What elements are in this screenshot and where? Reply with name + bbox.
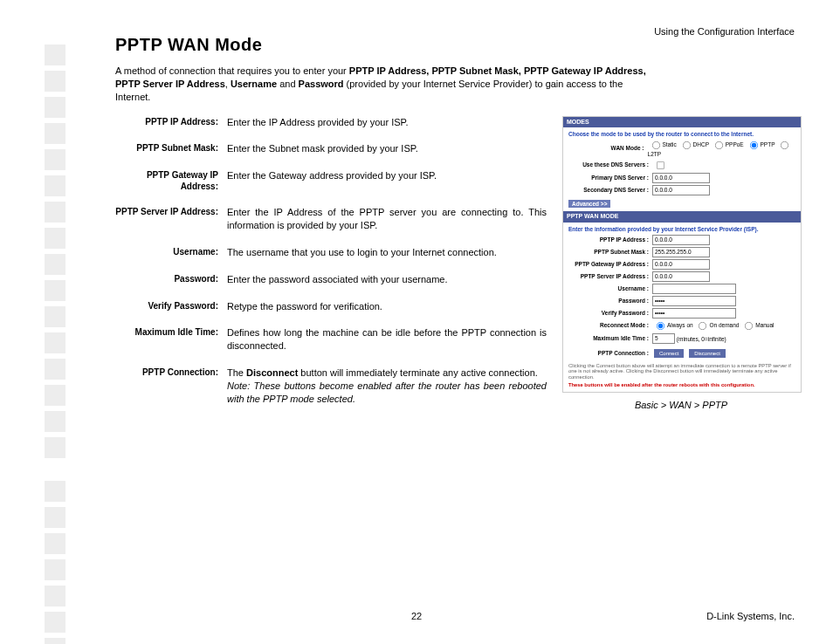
advanced-button[interactable]: Advanced >> xyxy=(568,200,610,209)
def-label: Password: xyxy=(115,273,227,284)
connection-label: PPTP Connection : xyxy=(568,350,652,357)
panel-header-pptp: PPTP WAN MODE xyxy=(563,211,801,222)
pptp-gw-label: PPTP Gateway IP Address : xyxy=(568,261,652,268)
idle-input[interactable] xyxy=(652,333,675,344)
definition-list: PPTP IP Address:Enter the IP Address pro… xyxy=(115,116,547,420)
username-input[interactable] xyxy=(652,284,736,294)
pptp-mask-label: PPTP Subnet Mask : xyxy=(568,249,652,256)
def-label: Verify Password: xyxy=(115,300,227,312)
wan-mode-options[interactable]: Static DHCP PPPoE PPTP L2TP xyxy=(648,140,795,158)
def-label: Username: xyxy=(115,246,227,257)
mode-pptp-radio[interactable] xyxy=(749,141,757,149)
panel-header-modes: MODES xyxy=(563,117,801,127)
def-label: PPTP Subnet Mask: xyxy=(115,142,227,154)
reconnect-label: Reconnect Mode : xyxy=(568,322,652,329)
def-desc: Retype the password for verification. xyxy=(227,300,547,313)
panel-instruction: Choose the mode to be used by the router… xyxy=(568,131,795,138)
def-label: PPTP IP Address: xyxy=(115,116,227,127)
pptp-srv-label: PPTP Server IP Address : xyxy=(568,273,652,280)
use-dns-checkbox[interactable] xyxy=(657,161,664,168)
pptp-gw-input[interactable] xyxy=(652,259,710,270)
verify-password-label: Verify Password : xyxy=(568,310,652,317)
connect-button[interactable]: Connect xyxy=(654,349,684,358)
reconnect-demand-radio[interactable] xyxy=(699,321,706,329)
def-label: PPTP Connection: xyxy=(115,367,227,378)
screenshot-panel: MODES Choose the mode to be used by the … xyxy=(562,116,802,394)
wan-mode-label: WAN Mode : xyxy=(568,145,648,152)
screenshot-caption: Basic > WAN > PPTP xyxy=(562,400,800,410)
pptp-ip-label: PPTP IP Address : xyxy=(568,236,652,243)
page-title: PPTP WAN Mode xyxy=(115,35,802,55)
idle-label: Maximum Idle Time : xyxy=(568,335,652,342)
verify-password-input[interactable] xyxy=(652,308,736,319)
def-desc: Enter the Gateway address provided by yo… xyxy=(227,169,547,182)
def-label: PPTP Gateway IP Address: xyxy=(115,169,227,192)
password-input[interactable] xyxy=(652,296,736,306)
def-desc: Defines how long the machine can be idle… xyxy=(227,326,547,353)
primary-dns-label: Primary DNS Server : xyxy=(568,175,652,182)
intro-paragraph: A method of connection that requires you… xyxy=(115,65,648,104)
reconnect-options[interactable]: Always on On demand Manual xyxy=(652,320,774,332)
panel-fineprint-warning: These buttons will be enabled after the … xyxy=(568,382,795,388)
def-desc: Enter the Subnet mask provided by your I… xyxy=(227,142,547,155)
panel-instruction: Enter the information provided by your I… xyxy=(568,226,795,233)
mode-dhcp-radio[interactable] xyxy=(683,141,691,149)
page-number: 22 xyxy=(0,611,833,621)
def-label: PPTP Server IP Address: xyxy=(115,206,227,217)
mode-l2tp-radio[interactable] xyxy=(781,141,788,149)
panel-fineprint: Clicking the Connect button above will a… xyxy=(568,363,795,381)
primary-dns-input[interactable] xyxy=(652,173,710,183)
username-label: Username : xyxy=(568,285,652,292)
header-section-label: Using the Configuration Interface xyxy=(654,26,795,37)
decorative-squares xyxy=(42,42,89,644)
secondary-dns-input[interactable] xyxy=(652,185,710,195)
idle-unit: (minutes, 0=infinite) xyxy=(677,335,726,341)
disconnect-button[interactable]: Disconnect xyxy=(689,349,726,358)
def-desc: The Disconnect button will immediately t… xyxy=(227,367,547,406)
reconnect-always-radio[interactable] xyxy=(657,321,664,329)
use-dns-label: Use these DNS Servers : xyxy=(568,161,652,168)
pptp-ip-input[interactable] xyxy=(652,235,710,245)
pptp-mask-input[interactable] xyxy=(652,247,710,257)
def-desc: Enter the IP Address provided by your IS… xyxy=(227,116,547,129)
reconnect-manual-radio[interactable] xyxy=(745,321,753,329)
secondary-dns-label: Secondary DNS Server : xyxy=(568,187,652,194)
mode-static-radio[interactable] xyxy=(651,141,659,149)
mode-pppoe-radio[interactable] xyxy=(715,141,723,149)
password-label: Password : xyxy=(568,298,652,305)
def-desc: The username that you use to login to yo… xyxy=(227,246,547,259)
def-label: Maximum Idle Time: xyxy=(115,326,227,338)
def-desc: Enter the IP Address of the PPTP server … xyxy=(227,206,547,232)
pptp-srv-input[interactable] xyxy=(652,271,710,282)
def-desc: Enter the password associated with your … xyxy=(227,273,547,286)
